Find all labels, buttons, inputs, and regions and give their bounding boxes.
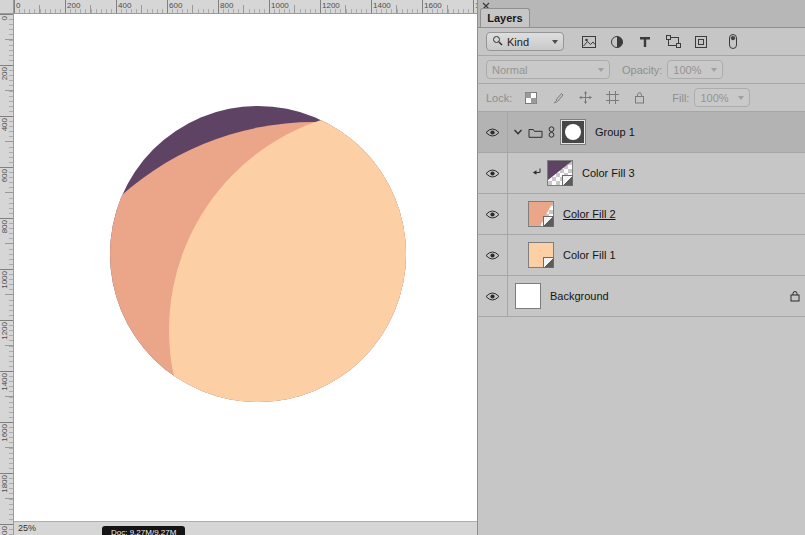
horizontal-ruler: 020040060080010001200140016001800 [14, 0, 477, 14]
chevron-down-icon[interactable] [513, 128, 523, 136]
lock-icons [522, 89, 648, 107]
fill-layer-badge [543, 216, 554, 227]
fill-value: 100% [700, 92, 728, 104]
layer-name[interactable]: Background [550, 290, 609, 302]
layer-name[interactable]: Color Fill 1 [563, 249, 616, 261]
eye-icon [485, 251, 500, 260]
layer-row-color-fill-1[interactable]: Color Fill 1 [478, 235, 805, 276]
tab-layers[interactable]: Layers [480, 8, 530, 27]
layer-name[interactable]: Group 1 [595, 126, 635, 138]
group-mask-thumbnail[interactable] [560, 119, 586, 145]
chevron-down-icon [711, 68, 717, 72]
lock-icon [790, 290, 800, 302]
layer-list: Group 1 Color Fill 3 [478, 112, 805, 317]
opacity-dropdown[interactable]: 100% [667, 60, 723, 79]
blend-mode-value: Normal [492, 64, 527, 76]
visibility-toggle[interactable] [478, 153, 508, 193]
layer-name[interactable]: Color Fill 3 [582, 167, 635, 179]
eye-icon [485, 169, 500, 178]
kind-filter-label: Kind [507, 36, 529, 48]
layer-thumbnail[interactable] [528, 242, 554, 268]
status-bar: 25% Doc: 9.27M/9.27M [14, 521, 477, 535]
fill-layer-badge [562, 175, 573, 186]
artwork [14, 14, 477, 521]
ruler-origin-corner[interactable] [0, 0, 14, 14]
visibility-toggle[interactable] [478, 235, 508, 275]
fill-dropdown[interactable]: 100% [694, 88, 750, 107]
layer-filtering-toggle[interactable] [724, 33, 742, 51]
vertical-ruler: 0200400600800100012001400160018002000 [0, 14, 14, 535]
type-layers-filter-icon[interactable] [636, 33, 654, 51]
lock-transparent-pixels-icon[interactable] [522, 89, 540, 107]
lock-image-pixels-icon[interactable] [549, 89, 567, 107]
smart-objects-filter-icon[interactable] [692, 33, 710, 51]
blend-row: Normal Opacity: 100% [478, 56, 805, 84]
folder-icon [528, 127, 543, 138]
lock-all-icon[interactable] [630, 89, 648, 107]
chevron-down-icon [738, 96, 744, 100]
shape-layers-filter-icon[interactable] [664, 33, 682, 51]
layer-row-group-1[interactable]: Group 1 [478, 112, 805, 153]
lock-position-icon[interactable] [576, 89, 594, 107]
eye-icon [485, 128, 500, 137]
tab-label: Layers [487, 12, 522, 24]
photoshop-window: 020040060080010001200140016001800 020040… [0, 0, 805, 535]
opacity-value: 100% [673, 64, 701, 76]
eye-icon [485, 292, 500, 301]
layer-row-background[interactable]: Background [478, 276, 805, 317]
opacity-label: Opacity: [622, 64, 662, 76]
visibility-toggle[interactable] [478, 112, 508, 152]
filter-icons [580, 33, 710, 51]
eye-icon [485, 210, 500, 219]
kind-filter-dropdown[interactable]: Kind [486, 32, 564, 51]
layer-thumbnail[interactable] [528, 201, 554, 227]
layer-row-color-fill-3[interactable]: Color Fill 3 [478, 153, 805, 194]
fill-label: Fill: [672, 92, 689, 104]
filter-row: Kind [478, 28, 805, 56]
layer-thumbnail[interactable] [515, 283, 541, 309]
lock-row: Lock: Fill: 100% [478, 84, 805, 112]
lock-artboard-nesting-icon[interactable] [603, 89, 621, 107]
chevron-down-icon [552, 40, 558, 44]
pixel-layers-filter-icon[interactable] [580, 33, 598, 51]
layers-panel: Layers Kind [477, 0, 805, 535]
panel-header: Layers [478, 0, 805, 28]
layer-row-color-fill-2[interactable]: Color Fill 2 [478, 194, 805, 235]
chevron-down-icon [598, 68, 604, 72]
blend-mode-dropdown[interactable]: Normal [486, 60, 610, 79]
search-icon [492, 35, 503, 48]
zoom-level-field[interactable]: 25% [18, 523, 36, 533]
lock-label: Lock: [486, 92, 512, 104]
layer-thumbnail[interactable] [547, 160, 573, 186]
visibility-toggle[interactable] [478, 276, 508, 316]
visibility-toggle[interactable] [478, 194, 508, 234]
document-canvas[interactable] [14, 14, 477, 521]
layer-name[interactable]: Color Fill 2 [563, 208, 616, 220]
link-icon [548, 126, 555, 138]
clipping-mask-arrow-icon [532, 168, 542, 178]
mask-circle [565, 124, 581, 140]
adjustment-layers-filter-icon[interactable] [608, 33, 626, 51]
doc-info-badge: Doc: 9.27M/9.27M [102, 526, 185, 535]
fill-layer-badge [543, 257, 554, 268]
